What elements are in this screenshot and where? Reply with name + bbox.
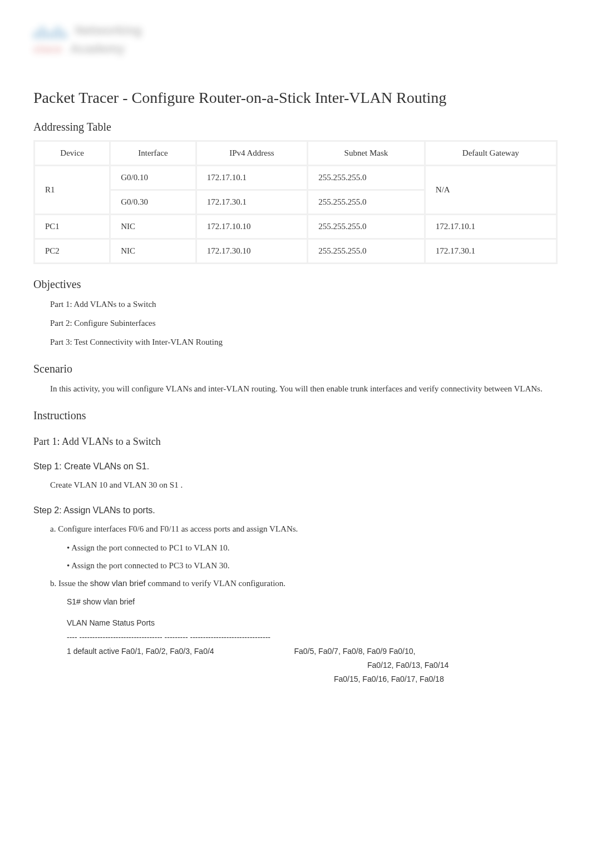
logo-container: Networking cisco Academy [33,22,189,72]
step2-bullet1: • Assign the port connected to PC1 to VL… [33,541,558,554]
table-cell: 172.17.10.10 [197,215,307,238]
cisco-bars-icon [33,22,67,39]
page-title: Packet Tracer - Configure Router-on-a-St… [33,89,558,107]
logo-text-bottom: Academy [70,42,125,56]
command-line: S1# show vlan brief [33,596,558,608]
addressing-table-heading: Addressing Table [33,121,558,133]
output-line: Fa0/12, Fa0/13, Fa0/14 [256,658,558,672]
logo-text-top: Networking [75,23,142,38]
table-cell: 172.17.30.10 [197,240,307,262]
table-cell: NIC [111,240,195,262]
addressing-table: Device Interface IPv4 Address Subnet Mas… [33,140,558,264]
table-cell: NIC [111,215,195,238]
table-cell: 172.17.30.1 [426,240,556,262]
table-row: PC2 NIC 172.17.30.10 255.255.255.0 172.1… [35,240,556,262]
table-header: IPv4 Address [197,142,307,165]
part1-heading: Part 1: Add VLANs to a Switch [33,436,558,448]
table-cell: PC1 [35,215,109,238]
table-cell: 255.255.255.0 [308,191,423,214]
logo-brand: cisco [33,43,62,56]
table-header: Interface [111,142,195,165]
step2-item-a: a. Configure interfaces F0/6 and F0/11 a… [33,522,558,535]
command-output: VLAN Name Status Ports ---- ------------… [33,616,558,658]
instructions-heading: Instructions [33,409,558,422]
output-line: Fa0/15, Fa0/16, Fa0/17, Fa0/18 [256,672,558,686]
objective-item: Part 2: Configure Subinterfaces [33,316,558,330]
table-cell: 172.17.10.1 [426,215,556,238]
output-continuation: Fa0/12, Fa0/13, Fa0/14 Fa0/15, Fa0/16, F… [33,658,558,686]
step1-heading: Step 1: Create VLANs on S1. [33,462,558,472]
scenario-heading: Scenario [33,363,558,375]
table-cell: PC2 [35,240,109,262]
objective-item: Part 3: Test Connectivity with Inter-VLA… [33,335,558,349]
output-header: VLAN Name Status Ports [67,616,558,630]
output-divider: ---- -------------------------------- --… [67,631,558,644]
step1-text: Create VLAN 10 and VLAN 30 on S1 . [33,478,558,492]
step2-item-b: b. Issue the show vlan brief command to … [33,577,558,590]
table-cell: G0/0.30 [111,191,195,214]
objectives-heading: Objectives [33,278,558,291]
scenario-text: In this activity, you will configure VLA… [33,382,558,395]
table-cell: 255.255.255.0 [308,166,423,189]
table-row: R1 G0/0.10 172.17.10.1 255.255.255.0 N/A [35,166,556,189]
table-header: Default Gateway [426,142,556,165]
table-cell: 172.17.10.1 [197,166,307,189]
step2-bullet2: • Assign the port connected to PC3 to VL… [33,559,558,572]
table-header: Subnet Mask [308,142,423,165]
table-cell: G0/0.10 [111,166,195,189]
table-cell: 255.255.255.0 [308,215,423,238]
table-header: Device [35,142,109,165]
objective-item: Part 1: Add VLANs to a Switch [33,297,558,311]
output-row: 1 default active Fa0/1, Fa0/2, Fa0/3, Fa… [67,644,558,658]
table-row: PC1 NIC 172.17.10.10 255.255.255.0 172.1… [35,215,556,238]
table-cell: 255.255.255.0 [308,240,423,262]
step2-heading: Step 2: Assign VLANs to ports. [33,505,558,515]
table-cell: R1 [35,166,109,214]
table-cell: N/A [426,166,556,214]
table-cell: 172.17.30.1 [197,191,307,214]
